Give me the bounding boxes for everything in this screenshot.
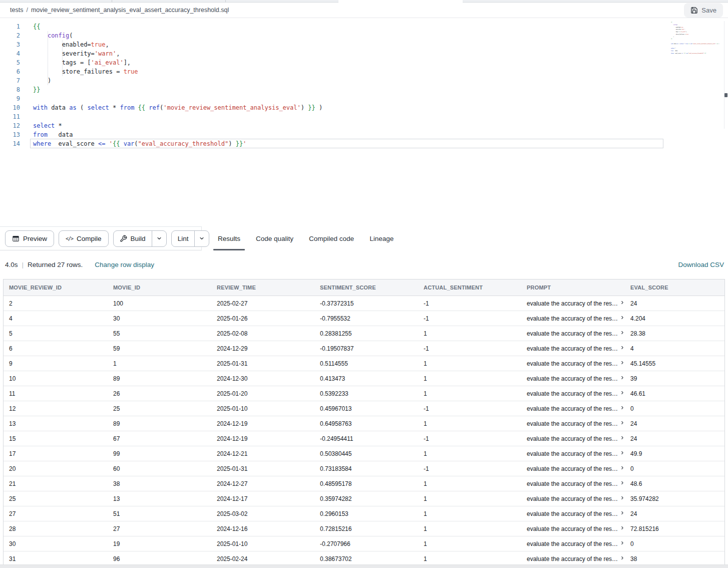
- code-line: 14where eval_score <= '{{ var("eval_accu…: [0, 139, 322, 148]
- table-cell: 9: [4, 360, 108, 367]
- code-line: 7 ): [0, 76, 322, 85]
- breadcrumb-separator: /: [26, 7, 28, 14]
- expand-cell-icon[interactable]: [620, 465, 625, 470]
- line-number: 9: [0, 94, 20, 103]
- expand-cell-icon[interactable]: [620, 450, 625, 455]
- lint-button[interactable]: Lint: [172, 231, 195, 246]
- table-cell: 10: [4, 375, 108, 382]
- status-separator: |: [22, 261, 24, 268]
- expand-cell-icon[interactable]: [620, 390, 625, 395]
- table-row: 27512025-03-020.29601531evaluate the acc…: [4, 506, 724, 521]
- table-cell: 89: [108, 420, 211, 427]
- table-cell: 0.73183584: [314, 465, 418, 472]
- table-cell: 0: [625, 540, 724, 547]
- inactive-tab-edge[interactable]: [0, 0, 338, 3]
- save-button[interactable]: Save: [684, 3, 723, 18]
- column-header: PROMPT: [521, 285, 625, 291]
- expand-cell-icon[interactable]: [620, 375, 625, 380]
- prompt-cell: evaluate the accuracy of the res…: [521, 435, 625, 442]
- compile-button[interactable]: </> Compile: [59, 230, 109, 247]
- table-cell: 0: [625, 405, 724, 412]
- table-cell: 0: [625, 465, 724, 472]
- build-button[interactable]: Build: [114, 231, 152, 246]
- download-csv-link[interactable]: Download CSV: [678, 261, 724, 268]
- table-row: 10892024-12-300.4134731evaluate the accu…: [4, 371, 724, 386]
- prompt-cell: evaluate the accuracy of the res…: [521, 480, 625, 487]
- prompt-preview: evaluate the accuracy of the res…: [527, 480, 618, 487]
- expand-cell-icon[interactable]: [620, 405, 625, 410]
- table-cell: 13: [108, 495, 211, 502]
- table-cell: 25: [108, 405, 211, 412]
- table-cell: 55: [108, 330, 211, 337]
- toolbar: Preview </> Compile Build: [0, 226, 728, 250]
- expand-cell-icon[interactable]: [620, 525, 625, 530]
- expand-cell-icon[interactable]: [620, 540, 625, 545]
- prompt-cell: evaluate the accuracy of the res…: [521, 315, 625, 322]
- scrollbar-thumb[interactable]: [724, 93, 727, 97]
- table-cell: 2025-01-31: [211, 465, 314, 472]
- expand-cell-icon[interactable]: [620, 510, 625, 515]
- expand-cell-icon[interactable]: [620, 495, 625, 500]
- save-icon: [690, 7, 698, 14]
- column-header: EVAL_SCORE: [625, 285, 724, 291]
- column-header: MOVIE_REVIEW_ID: [4, 285, 108, 291]
- horizontal-scrollbar[interactable]: [0, 564, 728, 568]
- line-number: 11: [0, 112, 20, 121]
- table-cell: 20: [4, 465, 108, 472]
- table-cell: 48.6: [625, 480, 724, 487]
- expand-cell-icon[interactable]: [620, 435, 625, 440]
- prompt-preview: evaluate the accuracy of the res…: [527, 405, 618, 412]
- table-row: 11262025-01-200.53922331evaluate the acc…: [4, 386, 724, 401]
- minimap-content: {{ config( enabled=true, severity='warn'…: [671, 21, 721, 55]
- line-number: 4: [0, 49, 20, 58]
- build-dropdown-button[interactable]: [152, 231, 166, 246]
- code-line: 8}}: [0, 85, 322, 94]
- expand-cell-icon[interactable]: [620, 360, 625, 365]
- status-bar: 4.0s | Returned 27 rows. Change row disp…: [0, 250, 728, 279]
- expand-cell-icon[interactable]: [620, 420, 625, 425]
- expand-cell-icon[interactable]: [620, 315, 625, 320]
- table-cell: 67: [108, 435, 211, 442]
- expand-cell-icon[interactable]: [620, 480, 625, 485]
- table-cell: 0.50380445: [314, 450, 418, 457]
- table-cell: -1: [418, 345, 521, 352]
- expand-cell-icon[interactable]: [620, 345, 625, 350]
- code-lines: 1{{2 config(3 enabled=true,4 severity='w…: [0, 22, 322, 148]
- table-cell: 0.72815216: [314, 525, 418, 532]
- minimap[interactable]: {{ config( enabled=true, severity='warn'…: [671, 21, 721, 61]
- table-row: 28272024-12-160.728152161evaluate the ac…: [4, 521, 724, 536]
- table-row: 6592024-12-29-0.19507837-1evaluate the a…: [4, 341, 724, 356]
- table-cell: 24: [625, 420, 724, 427]
- table-cell: 2024-12-27: [211, 480, 314, 487]
- tab-compiled-code[interactable]: Compiled code: [309, 226, 354, 250]
- table-cell: 39: [625, 375, 724, 382]
- expand-cell-icon[interactable]: [620, 300, 625, 305]
- prompt-preview: evaluate the accuracy of the res…: [527, 450, 618, 457]
- breadcrumb-folder: tests: [10, 7, 23, 14]
- result-tabs: Results Code quality Compiled code Linea…: [202, 226, 728, 250]
- prompt-preview: evaluate the accuracy of the res…: [527, 465, 618, 472]
- table-cell: 2024-12-17: [211, 495, 314, 502]
- table-cell: 60: [108, 465, 211, 472]
- table-cell: 4.204: [625, 315, 724, 322]
- table-cell: 31: [4, 555, 108, 562]
- table-cell: 21: [4, 480, 108, 487]
- tab-lineage[interactable]: Lineage: [370, 226, 394, 250]
- table-cell: 4: [625, 345, 724, 352]
- preview-button[interactable]: Preview: [5, 230, 54, 247]
- table-cell: 2025-01-26: [211, 315, 314, 322]
- table-cell: 2024-12-21: [211, 450, 314, 457]
- table-row: 5552025-02-080.283812551evaluate the acc…: [4, 326, 724, 341]
- table-cell: 0.35974282: [314, 495, 418, 502]
- code-editor[interactable]: 1{{2 config(3 enabled=true,4 severity='w…: [0, 18, 728, 226]
- table-cell: 5: [4, 330, 108, 337]
- expand-cell-icon[interactable]: [620, 330, 625, 335]
- inactive-tab-edge[interactable]: [463, 0, 728, 3]
- change-row-display-link[interactable]: Change row display: [95, 261, 154, 268]
- expand-cell-icon[interactable]: [620, 555, 625, 560]
- prompt-preview: evaluate the accuracy of the res…: [527, 555, 618, 562]
- table-cell: 0.413473: [314, 375, 418, 382]
- prompt-cell: evaluate the accuracy of the res…: [521, 420, 625, 427]
- tab-code-quality[interactable]: Code quality: [256, 226, 293, 250]
- tab-results[interactable]: Results: [218, 226, 240, 250]
